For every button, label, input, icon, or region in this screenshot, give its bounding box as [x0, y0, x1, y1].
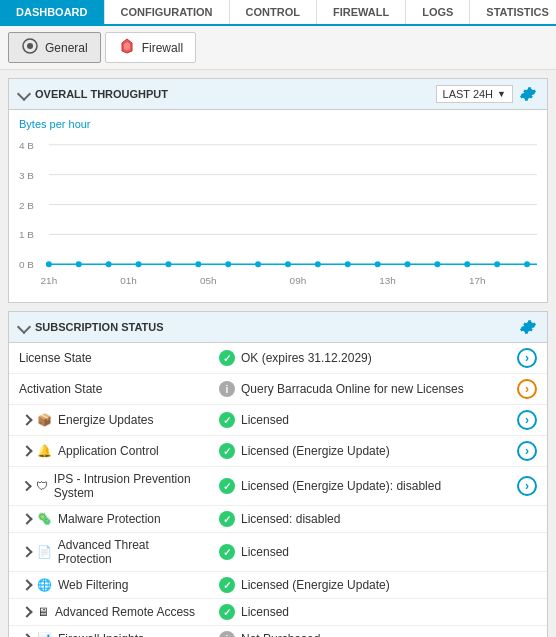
tab-general[interactable]: General — [8, 32, 101, 63]
subscription-collapse-arrow[interactable] — [17, 320, 31, 334]
svg-text:21h: 21h — [41, 275, 58, 286]
web-filtering-expand-icon[interactable] — [21, 579, 32, 590]
app-control-arrow-btn[interactable]: › — [517, 441, 537, 461]
subscription-title: SUBSCRIPTION STATUS — [35, 321, 164, 333]
license-state-arrow-cell: › — [507, 343, 547, 374]
table-row: Activation State i Query Barracuda Onlin… — [9, 374, 547, 405]
svg-point-18 — [165, 261, 171, 267]
svg-text:4 B: 4 B — [19, 140, 34, 151]
time-range-selector[interactable]: LAST 24H ▼ — [436, 85, 513, 103]
atp-expand-icon[interactable] — [21, 546, 32, 557]
svg-point-21 — [255, 261, 261, 267]
license-state-value: OK (expires 31.12.2029) — [241, 351, 372, 365]
chart-container: 4 B 3 B 2 B 1 B 0 B — [19, 134, 537, 294]
energize-icon: 📦 — [37, 413, 52, 427]
subscription-header: SUBSCRIPTION STATUS — [9, 312, 547, 343]
svg-point-24 — [345, 261, 351, 267]
ips-status: ✓ Licensed (Energize Update): disabled — [209, 467, 507, 506]
svg-point-17 — [136, 261, 142, 267]
energize-updates-label: 📦 Energize Updates — [9, 405, 209, 436]
ips-ok-icon: ✓ — [219, 478, 235, 494]
ips-arrow-btn[interactable]: › — [517, 476, 537, 496]
firewall-insights-icon: 📊 — [37, 632, 52, 637]
nav-bar: DASHBOARD CONFIGURATION CONTROL FIREWALL… — [0, 0, 556, 26]
remote-access-label: 🖥 Advanced Remote Access — [9, 599, 209, 626]
svg-point-19 — [195, 261, 201, 267]
atp-icon: 📄 — [37, 545, 52, 559]
app-control-icon: 🔔 — [37, 444, 52, 458]
svg-point-30 — [524, 261, 530, 267]
energize-expand-icon[interactable] — [21, 414, 32, 425]
energize-arrow-btn[interactable]: › — [517, 410, 537, 430]
dropdown-arrow-icon: ▼ — [497, 89, 506, 99]
table-row: License State ✓ OK (expires 31.12.2029) … — [9, 343, 547, 374]
malware-status: ✓ Licensed: disabled — [209, 506, 507, 533]
chart-subtitle: Bytes per hour — [19, 118, 537, 130]
throughput-collapse-arrow[interactable] — [17, 87, 31, 101]
nav-control[interactable]: CONTROL — [230, 0, 317, 24]
svg-text:2 B: 2 B — [19, 200, 34, 211]
subscription-panel: SUBSCRIPTION STATUS License State ✓ OK (… — [8, 311, 548, 637]
remote-access-status: ✓ Licensed — [209, 599, 507, 626]
table-row: 🛡 IPS - Intrusion Prevention System ✓ Li… — [9, 467, 547, 506]
malware-label: 🦠 Malware Protection — [9, 506, 209, 533]
svg-point-16 — [106, 261, 112, 267]
remote-access-expand-icon[interactable] — [21, 606, 32, 617]
atp-ok-icon: ✓ — [219, 544, 235, 560]
app-control-status: ✓ Licensed (Energize Update) — [209, 436, 507, 467]
license-state-arrow-btn[interactable]: › — [517, 348, 537, 368]
svg-text:17h: 17h — [469, 275, 486, 286]
svg-text:3 B: 3 B — [19, 170, 34, 181]
subscription-header-right — [519, 318, 537, 336]
app-control-expand-icon[interactable] — [21, 445, 32, 456]
nav-dashboard[interactable]: DASHBOARD — [0, 0, 105, 24]
nav-logs[interactable]: LOGS — [406, 0, 470, 24]
subscription-settings-icon[interactable] — [519, 318, 537, 336]
throughput-settings-icon[interactable] — [519, 85, 537, 103]
energize-updates-status: ✓ Licensed — [209, 405, 507, 436]
firewall-icon — [118, 37, 136, 58]
web-filtering-value: Licensed (Energize Update) — [241, 578, 390, 592]
svg-point-23 — [315, 261, 321, 267]
throughput-header: OVERALL THROUGHPUT LAST 24H ▼ — [9, 79, 547, 110]
nav-firewall[interactable]: FIREWALL — [317, 0, 406, 24]
tab-firewall[interactable]: Firewall — [105, 32, 196, 63]
malware-value: Licensed: disabled — [241, 512, 340, 526]
malware-expand-icon[interactable] — [21, 513, 32, 524]
license-state-status: ✓ OK (expires 31.12.2029) — [209, 343, 507, 374]
activation-state-value: Query Barracuda Online for new Licenses — [241, 382, 464, 396]
firewall-insights-expand-icon[interactable] — [21, 633, 32, 637]
web-filtering-status: ✓ Licensed (Energize Update) — [209, 572, 507, 599]
ips-value: Licensed (Energize Update): disabled — [241, 479, 441, 493]
status-info-icon: i — [219, 381, 235, 397]
svg-point-1 — [27, 43, 33, 49]
tab-firewall-label: Firewall — [142, 41, 183, 55]
throughput-chart: 4 B 3 B 2 B 1 B 0 B — [19, 134, 537, 294]
atp-status: ✓ Licensed — [209, 533, 507, 572]
svg-point-28 — [464, 261, 470, 267]
ips-expand-icon[interactable] — [21, 481, 31, 491]
app-control-label: 🔔 Application Control — [9, 436, 209, 467]
throughput-panel: OVERALL THROUGHPUT LAST 24H ▼ Bytes per … — [8, 78, 548, 303]
nav-configuration[interactable]: CONFIGURATION — [105, 0, 230, 24]
nav-statistics[interactable]: STATISTICS — [470, 0, 556, 24]
atp-value: Licensed — [241, 545, 289, 559]
activation-state-arrow-btn[interactable]: › — [517, 379, 537, 399]
table-row: 📦 Energize Updates ✓ Licensed › — [9, 405, 547, 436]
general-icon — [21, 37, 39, 58]
svg-point-22 — [285, 261, 291, 267]
main-content: OVERALL THROUGHPUT LAST 24H ▼ Bytes per … — [0, 70, 556, 637]
ips-label: 🛡 IPS - Intrusion Prevention System — [9, 467, 209, 506]
svg-point-27 — [434, 261, 440, 267]
remote-access-value: Licensed — [241, 605, 289, 619]
malware-icon: 🦠 — [37, 512, 52, 526]
web-filtering-ok-icon: ✓ — [219, 577, 235, 593]
table-row: 📊 Firewall Insights i Not Purchased — [9, 626, 547, 638]
license-state-label: License State — [9, 343, 209, 374]
subscription-table: License State ✓ OK (expires 31.12.2029) … — [9, 343, 547, 637]
malware-ok-icon: ✓ — [219, 511, 235, 527]
energize-ok-icon: ✓ — [219, 412, 235, 428]
app-control-ok-icon: ✓ — [219, 443, 235, 459]
firewall-insights-label: 📊 Firewall Insights — [9, 626, 209, 638]
table-row: 📄 Advanced Threat Protection ✓ Licensed — [9, 533, 547, 572]
